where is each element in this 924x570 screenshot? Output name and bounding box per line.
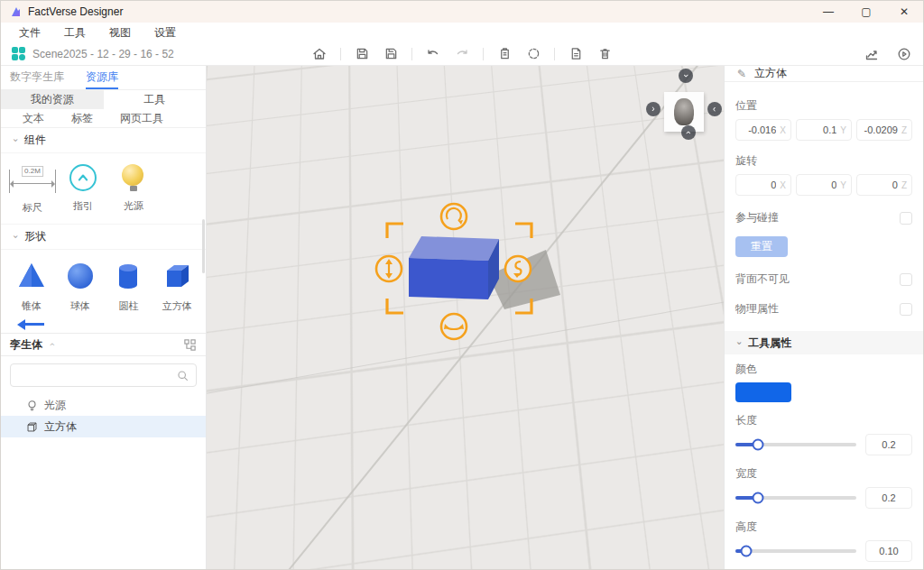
trash-icon[interactable] bbox=[596, 46, 613, 62]
menu-settings[interactable]: 设置 bbox=[154, 25, 176, 41]
menu-tools[interactable]: 工具 bbox=[64, 25, 86, 41]
width-slider-handle[interactable] bbox=[753, 492, 764, 504]
asset-cylinder[interactable]: 圆柱 bbox=[106, 261, 152, 313]
axis-x-label: X bbox=[780, 125, 786, 135]
section-components[interactable]: › 组件 bbox=[1, 128, 206, 153]
collapse-up-icon[interactable]: › bbox=[46, 343, 57, 346]
menu-view[interactable]: 视图 bbox=[109, 25, 131, 41]
ruler-badge: 0.2M bbox=[22, 166, 43, 177]
toolbar-separator bbox=[411, 48, 412, 60]
sphere-icon bbox=[65, 261, 96, 291]
tab-digital-twin-library[interactable]: 数字孪生库 bbox=[10, 66, 64, 89]
rotation-y-field[interactable]: Y bbox=[796, 174, 852, 196]
position-y-input[interactable] bbox=[801, 124, 836, 135]
physics-checkbox[interactable] bbox=[900, 303, 912, 316]
rotate-horizontal-gizmo-icon[interactable] bbox=[441, 314, 467, 339]
circle-select-icon[interactable] bbox=[525, 46, 541, 62]
sidebar-scrollbar[interactable] bbox=[202, 219, 205, 273]
asset-guide[interactable]: 指引 bbox=[59, 164, 107, 215]
length-value-field[interactable] bbox=[865, 434, 912, 455]
clipboard-icon[interactable] bbox=[496, 46, 513, 62]
maximize-button[interactable]: ▢ bbox=[847, 1, 885, 23]
height-slider-handle[interactable] bbox=[741, 546, 753, 557]
edit-pencil-icon[interactable]: ✎ bbox=[737, 68, 746, 80]
view-cube-face bbox=[674, 98, 694, 125]
position-z-field[interactable]: Z bbox=[856, 119, 912, 141]
hierarchy-icon[interactable] bbox=[183, 338, 197, 352]
color-swatch[interactable] bbox=[735, 382, 791, 402]
undo-icon[interactable] bbox=[425, 46, 441, 62]
minimize-button[interactable]: — bbox=[809, 1, 847, 23]
twin-search-input[interactable] bbox=[18, 369, 177, 382]
length-value-input[interactable] bbox=[866, 439, 911, 450]
viewport-3d[interactable]: › › › › bbox=[207, 66, 724, 569]
rotation-x-input[interactable] bbox=[741, 179, 776, 190]
rotation-y-input[interactable] bbox=[801, 179, 836, 190]
main-area: 数字孪生库 资源库 我的资源 工具 文本 标签 网页工具 › 组件 0.2M bbox=[1, 66, 923, 569]
arrow-shape-partial[interactable] bbox=[17, 317, 206, 331]
asset-label: 圆柱 bbox=[118, 299, 138, 313]
rotation-z-input[interactable] bbox=[862, 179, 898, 190]
orbit-down-icon[interactable]: › bbox=[679, 69, 693, 83]
height-value-field[interactable] bbox=[865, 540, 912, 562]
asset-cube[interactable]: 立方体 bbox=[153, 261, 200, 313]
tab-resource-library[interactable]: 资源库 bbox=[86, 66, 118, 89]
twin-item-light[interactable]: 光源 bbox=[1, 394, 206, 416]
move-vertical-gizmo-icon[interactable] bbox=[376, 256, 402, 281]
backface-checkbox[interactable] bbox=[900, 273, 912, 286]
preview-play-icon[interactable] bbox=[896, 46, 912, 62]
backface-row: 背面不可见 bbox=[735, 271, 912, 287]
category-label[interactable]: 标签 bbox=[71, 111, 93, 126]
category-text[interactable]: 文本 bbox=[23, 111, 44, 126]
stats-icon[interactable] bbox=[864, 46, 880, 62]
height-value-input[interactable] bbox=[866, 546, 911, 556]
position-z-input[interactable] bbox=[862, 124, 898, 135]
height-slider[interactable] bbox=[735, 549, 856, 553]
color-label: 颜色 bbox=[735, 362, 912, 377]
orbit-up-icon[interactable]: › bbox=[681, 125, 696, 140]
export-doc-icon[interactable] bbox=[568, 46, 584, 62]
position-x-input[interactable] bbox=[741, 124, 776, 135]
rotation-z-field[interactable]: Z bbox=[856, 174, 912, 196]
asset-sphere[interactable]: 球体 bbox=[57, 261, 104, 313]
category-web-tools[interactable]: 网页工具 bbox=[120, 111, 163, 126]
width-value-input[interactable] bbox=[866, 492, 911, 503]
tool-properties-section[interactable]: › 工具属性 bbox=[725, 331, 923, 354]
twin-item-cube[interactable]: 立方体 bbox=[1, 416, 206, 437]
asset-light[interactable]: 光源 bbox=[109, 164, 158, 215]
section-shapes[interactable]: › 形状 bbox=[1, 225, 206, 250]
asset-cone[interactable]: 锥体 bbox=[8, 261, 55, 313]
subtab-my-resources[interactable]: 我的资源 bbox=[1, 90, 104, 109]
menu-file[interactable]: 文件 bbox=[19, 25, 41, 41]
length-slider[interactable] bbox=[735, 443, 856, 446]
width-value-field[interactable] bbox=[865, 487, 912, 509]
subtab-tools[interactable]: 工具 bbox=[104, 90, 207, 109]
width-slider[interactable] bbox=[735, 496, 856, 500]
length-slider-handle[interactable] bbox=[753, 439, 764, 451]
close-button[interactable]: ✕ bbox=[885, 1, 923, 23]
cylinder-icon bbox=[113, 261, 143, 291]
position-y-field[interactable]: Y bbox=[796, 119, 852, 141]
scene-cube[interactable] bbox=[409, 236, 499, 299]
rotate-gizmo-icon[interactable] bbox=[441, 204, 467, 229]
axis-x-label: X bbox=[780, 180, 786, 190]
orbit-left-icon[interactable]: › bbox=[707, 102, 722, 116]
resource-subtabs: 我的资源 工具 bbox=[1, 90, 206, 109]
orbit-right-icon[interactable]: › bbox=[646, 102, 661, 116]
reset-button[interactable]: 重置 bbox=[735, 236, 788, 257]
ruler-icon: 0.2M bbox=[9, 170, 56, 193]
position-label: 位置 bbox=[735, 98, 912, 114]
redo-icon[interactable] bbox=[454, 46, 470, 62]
save-as-icon[interactable] bbox=[383, 46, 399, 62]
height-slider-row bbox=[735, 540, 912, 562]
save-icon[interactable] bbox=[354, 46, 370, 62]
elevation-gizmo-icon[interactable] bbox=[505, 256, 531, 281]
rotation-x-field[interactable]: X bbox=[735, 174, 791, 196]
home-icon[interactable] bbox=[311, 46, 328, 62]
axis-z-label: Z bbox=[901, 180, 907, 190]
scene-name: Scene2025 - 12 - 29 - 16 - 52 bbox=[32, 48, 174, 60]
collision-checkbox[interactable] bbox=[900, 212, 912, 225]
search-icon[interactable] bbox=[177, 370, 189, 382]
position-x-field[interactable]: X bbox=[735, 119, 791, 141]
asset-ruler[interactable]: 0.2M 标尺 bbox=[8, 164, 57, 215]
